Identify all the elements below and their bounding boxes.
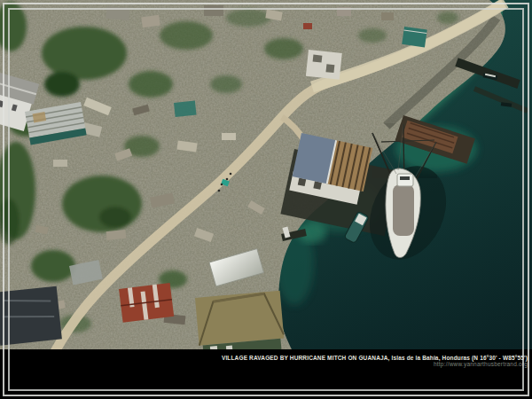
white-house-top [306, 50, 342, 80]
olive-roof-building [195, 291, 286, 358]
caption-url: http://www.yannarthusbertrand.org [0, 361, 528, 367]
hurricane-mitch-wallpaper: VILLAGE RAVAGED BY HURRICANE MITCH ON GU… [0, 0, 532, 399]
caption-band: VILLAGE RAVAGED BY HURRICANE MITCH ON GU… [0, 349, 532, 399]
dark-shack-sw [0, 286, 62, 346]
caption-title: VILLAGE RAVAGED BY HURRICANE MITCH ON GU… [0, 355, 528, 361]
aerial-photo [0, 0, 532, 399]
red-roof-building [119, 283, 174, 323]
